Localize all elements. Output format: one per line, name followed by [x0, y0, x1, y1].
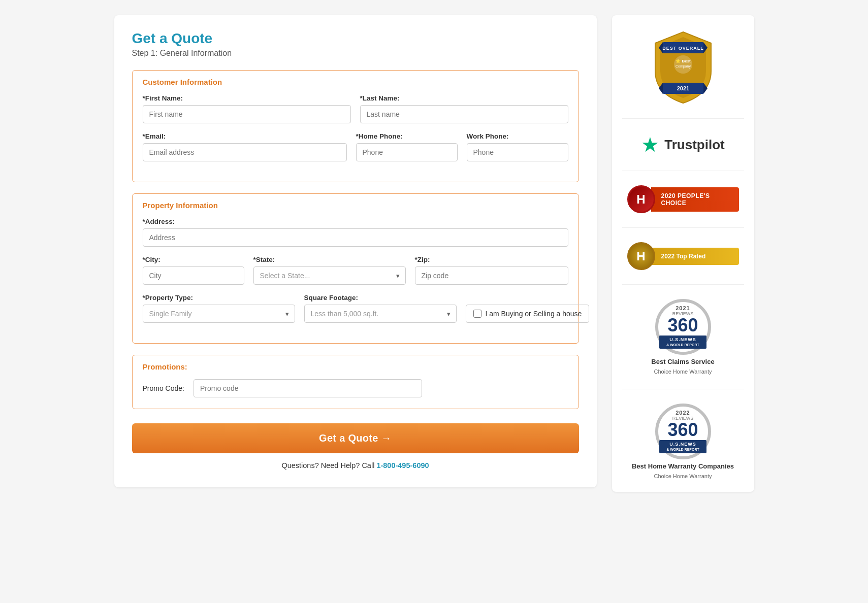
state-select-wrapper: Select a State... AlabamaAlaskaArizona A…: [253, 266, 406, 285]
property-type-group: *Property Type: Single Family Condo Mult…: [143, 294, 295, 323]
best-company-badge: ⭐ Best Company BEST OVERALL 2021: [622, 28, 744, 104]
contact-row: *Email: *Home Phone: Work Phone:: [143, 132, 568, 161]
svg-text:⭐ Best: ⭐ Best: [676, 58, 691, 63]
trustpilot-row: ★ Trustpilot: [641, 133, 724, 156]
last-name-input[interactable]: [360, 105, 568, 123]
property-type-select[interactable]: Single Family Condo Multi-Family Townhou…: [143, 305, 295, 323]
promotions-section: Promotions: Promo Code:: [132, 355, 579, 409]
city-group: *City:: [143, 256, 244, 285]
help-prefix: Questions? Need Help? Call: [281, 461, 376, 470]
address-label: *Address:: [143, 218, 568, 225]
state-label: *State:: [253, 256, 406, 263]
help-text: Questions? Need Help? Call 1-800-495-609…: [132, 461, 579, 470]
usnews-2022-sub: Choice Home Warranty: [654, 473, 712, 479]
promo-row: Promo Code:: [143, 379, 568, 397]
trustpilot-label: Trustpilot: [664, 137, 724, 153]
divider-3: [622, 227, 744, 228]
usnews-2021-circle: 2021 REVIEWS 360 U.S.NEWS& WORLD REPORT: [655, 299, 711, 355]
first-name-group: *First Name:: [143, 94, 351, 123]
divider-4: [622, 284, 744, 285]
sidebar: ⭐ Best Company BEST OVERALL 2021 ★ Trust…: [612, 15, 754, 492]
buying-selling-label: I am Buying or Selling a house: [486, 310, 582, 318]
square-footage-select-wrapper: Less than 5,000 sq.ft. 5,000 - 10,000 sq…: [304, 305, 457, 323]
usnews-2022-logo-bar: U.S.NEWS& WORLD REPORT: [659, 440, 706, 453]
home-phone-group: *Home Phone:: [356, 132, 458, 161]
usnews-2022-360-label: 360: [667, 421, 698, 439]
page-title: Get a Quote: [132, 30, 579, 47]
city-label: *City:: [143, 256, 244, 263]
property-section-title: Property Information: [143, 201, 568, 210]
home-phone-label: *Home Phone:: [356, 132, 458, 140]
property-information-section: Property Information *Address: *City: *S…: [132, 193, 579, 344]
svg-text:2021: 2021: [677, 85, 689, 91]
peoples-choice-ribbon: 2020 PEOPLE'S CHOICE: [651, 187, 739, 212]
square-footage-label: Square Footage:: [304, 294, 457, 302]
square-footage-group: Square Footage: Less than 5,000 sq.ft. 5…: [304, 294, 457, 323]
work-phone-input[interactable]: [467, 143, 568, 161]
work-phone-group: Work Phone:: [467, 132, 568, 161]
property-type-select-wrapper: Single Family Condo Multi-Family Townhou…: [143, 305, 295, 323]
city-input[interactable]: [143, 266, 244, 285]
trustpilot-star-icon: ★: [641, 133, 659, 156]
email-group: *Email:: [143, 132, 347, 161]
usnews-2021-caption: Best Claims Service: [651, 358, 714, 365]
usnews-2022-circle: 2022 REVIEWS 360 U.S.NEWS& WORLD REPORT: [655, 404, 711, 459]
zip-input[interactable]: [415, 266, 568, 285]
address-group: *Address:: [143, 218, 568, 247]
peoples-choice-badge: H 2020 PEOPLE'S CHOICE: [622, 185, 744, 213]
name-row: *First Name: *Last Name:: [143, 94, 568, 123]
promotions-section-title: Promotions:: [143, 362, 568, 371]
city-state-zip-row: *City: *State: Select a State... Alabama…: [143, 256, 568, 285]
email-label: *Email:: [143, 132, 347, 140]
usnews-2022-badge: 2022 REVIEWS 360 U.S.NEWS& WORLD REPORT …: [622, 404, 744, 479]
buying-selling-group[interactable]: I am Buying or Selling a house: [466, 305, 590, 323]
address-input[interactable]: [143, 228, 568, 247]
top-rated-container: H 2022 Top Rated: [627, 242, 739, 270]
customer-information-section: Customer Information *First Name: *Last …: [132, 70, 579, 182]
zip-label: *Zip:: [415, 256, 568, 263]
usnews-2021-year: 2021: [676, 305, 690, 311]
divider-1: [622, 118, 744, 119]
square-footage-select[interactable]: Less than 5,000 sq.ft. 5,000 - 10,000 sq…: [304, 305, 457, 323]
page-wrapper: Get a Quote Step 1: General Information …: [114, 15, 754, 492]
property-type-row: *Property Type: Single Family Condo Mult…: [143, 294, 568, 323]
email-input[interactable]: [143, 143, 347, 161]
usnews-2022-caption: Best Home Warranty Companies: [632, 462, 734, 470]
divider-5: [622, 389, 744, 389]
promo-code-label: Promo Code:: [143, 384, 184, 392]
state-group: *State: Select a State... AlabamaAlaskaA…: [253, 256, 406, 285]
buying-selling-checkbox[interactable]: [473, 310, 481, 318]
top-rated-ribbon: 2022 Top Rated: [651, 248, 739, 265]
usnews-logo-bar: U.S.NEWS& WORLD REPORT: [659, 336, 706, 349]
first-name-label: *First Name:: [143, 94, 351, 102]
promo-code-input[interactable]: [194, 379, 422, 397]
get-quote-button[interactable]: Get a Quote →: [132, 423, 579, 453]
address-row: *Address:: [143, 218, 568, 247]
last-name-group: *Last Name:: [360, 94, 568, 123]
svg-text:Company: Company: [676, 64, 691, 69]
usnews-2021-badge: 2021 REVIEWS 360 U.S.NEWS& WORLD REPORT …: [622, 299, 744, 375]
property-type-label: *Property Type:: [143, 294, 295, 302]
usnews-2021-sub: Choice Home Warranty: [654, 368, 712, 375]
state-select[interactable]: Select a State... AlabamaAlaskaArizona A…: [253, 266, 406, 285]
customer-section-title: Customer Information: [143, 78, 568, 86]
top-rated-badge: H 2022 Top Rated: [622, 242, 744, 270]
last-name-label: *Last Name:: [360, 94, 568, 102]
main-form: Get a Quote Step 1: General Information …: [114, 15, 597, 487]
peoples-choice-container: H 2020 PEOPLE'S CHOICE: [627, 185, 739, 213]
usnews-360-label: 360: [667, 316, 698, 334]
usnews-2022-year: 2022: [676, 410, 690, 416]
work-phone-label: Work Phone:: [467, 132, 568, 140]
phone-link[interactable]: 1-800-495-6090: [376, 461, 429, 470]
top-rated-icon: H: [627, 242, 655, 270]
peoples-choice-icon: H: [627, 185, 655, 213]
page-subtitle: Step 1: General Information: [132, 49, 579, 58]
trustpilot-badge: ★ Trustpilot: [622, 133, 744, 156]
divider-2: [622, 171, 744, 171]
home-phone-input[interactable]: [356, 143, 458, 161]
first-name-input[interactable]: [143, 105, 351, 123]
zip-group: *Zip:: [415, 256, 568, 285]
best-company-shield-icon: ⭐ Best Company BEST OVERALL 2021: [648, 28, 719, 104]
svg-text:BEST OVERALL: BEST OVERALL: [662, 46, 704, 51]
